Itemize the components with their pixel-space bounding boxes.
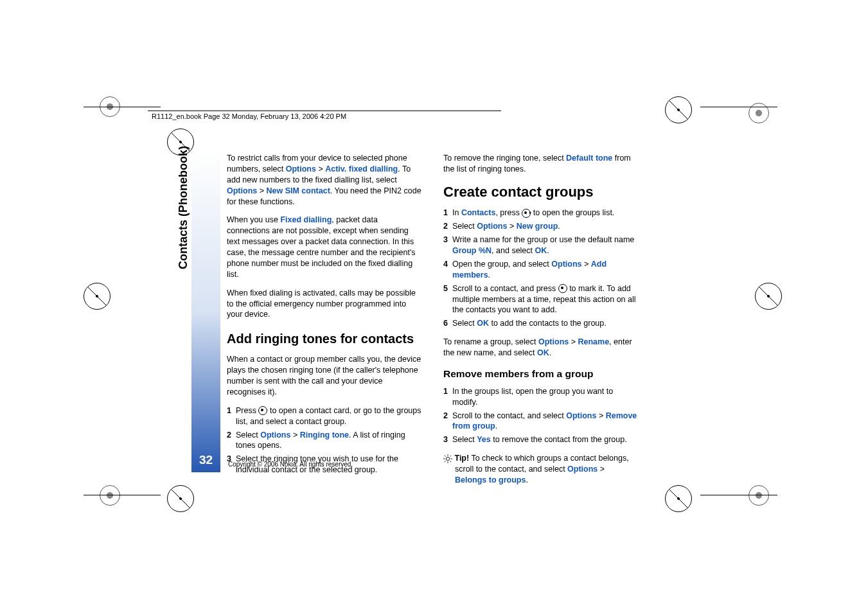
menu-new-group: New group (517, 222, 558, 231)
step-3: 3Select the ringing tone you wish to use… (236, 454, 421, 475)
button-ok: OK (535, 246, 547, 255)
button-yes: Yes (477, 435, 491, 444)
svg-line-7 (445, 461, 446, 462)
svg-line-6 (450, 461, 452, 462)
crop-line (84, 495, 161, 495)
menu-ringing-tone: Ringing tone (300, 431, 349, 440)
step-1: 1In the groups list, open the group you … (452, 386, 638, 408)
menu-activ-fixed-dialling: Activ. fixed dialling (325, 164, 398, 173)
label-group-n: Group %N (452, 246, 492, 255)
tip-label: Tip! (454, 454, 469, 463)
step-4: 4Open the group, and select Options > Ad… (452, 259, 638, 281)
step-2: 2Select Options > Ringing tone. A list o… (236, 430, 421, 452)
step-3: 3Select Yes to remove the contact from t… (452, 434, 638, 445)
menu-default-tone: Default tone (566, 154, 612, 163)
menu-options: Options (566, 411, 596, 420)
crop-line (700, 107, 777, 107)
steps-create-groups: 1In Contacts, press to open the groups l… (443, 208, 638, 329)
paragraph-rename-group: To rename a group, select Options > Rena… (443, 337, 638, 359)
section-title: Contacts (Phonebook) (177, 141, 190, 269)
step-5: 5Scroll to a contact, and press to mark … (452, 283, 638, 316)
menu-options: Options (567, 465, 598, 474)
menu-new-sim-contact: New SIM contact (266, 186, 330, 195)
crop-target-icon (755, 283, 782, 310)
paragraph-fixed-dialling: To restrict calls from your device to se… (227, 153, 421, 207)
step-2: 2Scroll to the contact, and select Optio… (452, 411, 638, 432)
heading-remove-members: Remove members from a group (443, 368, 638, 381)
crop-line (84, 107, 161, 107)
joystick-press-icon (558, 284, 567, 293)
crop-line (700, 495, 777, 495)
step-3: 3Write a name for the group or use the d… (452, 235, 638, 256)
page-body: To restrict calls from your device to se… (227, 153, 638, 488)
crop-target-icon (84, 283, 111, 310)
paragraph-ringing-intro: When a contact or group member calls you… (227, 354, 421, 398)
menu-options: Options (227, 186, 257, 195)
crop-circle-icon (100, 485, 120, 506)
crop-target-icon (665, 485, 692, 512)
paragraph-packet-data: When you use Fixed dialling, packet data… (227, 215, 421, 280)
running-header: R1112_en.book Page 32 Monday, February 1… (152, 112, 346, 120)
steps-ringing-tones: 1Press to open a contact card, or go to … (227, 405, 421, 475)
sidebar-gradient (191, 151, 220, 472)
steps-remove-members: 1In the groups list, open the group you … (443, 386, 638, 445)
menu-contacts: Contacts (461, 208, 495, 217)
menu-options: Options (538, 337, 569, 346)
crop-circle-icon (748, 485, 769, 506)
joystick-right-icon (522, 209, 531, 218)
menu-options: Options (551, 260, 581, 269)
step-6: 6Select OK to add the contacts to the gr… (452, 318, 638, 329)
tip-paragraph: Tip! To check to which groups a contact … (443, 453, 638, 486)
svg-point-0 (446, 457, 449, 460)
step-1: 1In Contacts, press to open the groups l… (452, 208, 638, 218)
menu-rename: Rename (578, 337, 609, 346)
step-2: 2Select Options > New group. (452, 221, 638, 232)
heading-create-contact-groups: Create contact groups (443, 182, 638, 202)
tip-icon (443, 454, 452, 463)
menu-belongs-to-groups: Belongs to groups (455, 475, 526, 484)
svg-line-8 (450, 456, 452, 457)
heading-add-ringing-tones: Add ringing tones for contacts (227, 330, 421, 348)
page-number: 32 (199, 453, 213, 467)
svg-line-5 (445, 456, 446, 457)
button-ok: OK (477, 319, 489, 328)
label-fixed-dialling: Fixed dialling (280, 215, 332, 224)
crop-circle-icon (748, 103, 769, 123)
menu-options: Options (477, 222, 507, 231)
header-rule (148, 111, 501, 111)
paragraph-emergency: When fixed dialing is activated, calls m… (227, 288, 421, 321)
menu-options: Options (260, 431, 290, 440)
button-ok: OK (537, 348, 549, 357)
crop-target-icon (167, 485, 194, 512)
joystick-press-icon (258, 406, 267, 415)
paragraph-remove-tone: To remove the ringing tone, select Defau… (443, 153, 638, 175)
menu-options: Options (286, 164, 316, 173)
crop-target-icon (665, 96, 692, 123)
step-1: 1Press to open a contact card, or go to … (236, 405, 421, 427)
